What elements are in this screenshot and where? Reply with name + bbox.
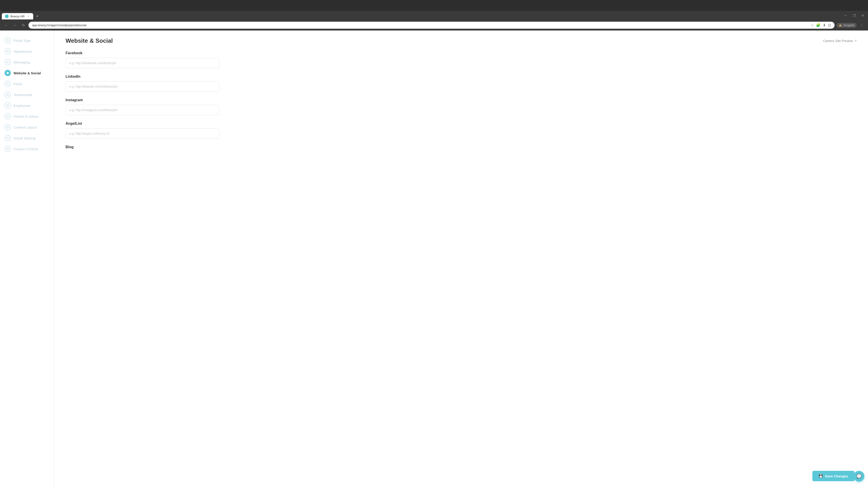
- sidebar-icon-social-sharing: [4, 135, 11, 141]
- form-section-angellist: AngelList: [66, 122, 857, 139]
- forward-button[interactable]: →: [11, 22, 18, 29]
- incognito-badge: 🕵 Incognito: [836, 23, 857, 28]
- close-button[interactable]: ×: [860, 12, 866, 19]
- section-label-facebook: Facebook: [66, 51, 857, 55]
- sidebar-icon-portal-type: [4, 37, 11, 43]
- section-label-angellist: AngelList: [66, 122, 857, 126]
- save-label: Save Changes: [825, 474, 848, 478]
- sidebar-item-messaging[interactable]: Messaging: [0, 57, 54, 68]
- sidebar-icon-testimonials: [4, 92, 11, 98]
- address-text: app.breezy.hr/app/c/moodjoy/portal/socia…: [32, 24, 809, 27]
- form-section-blog: Blog: [66, 145, 857, 149]
- svg-point-0: [7, 39, 8, 41]
- sidebar-icon-photos-videos: [4, 113, 11, 120]
- external-link-icon: ↗: [854, 39, 857, 42]
- sidebar-label-appearance: Appearance: [13, 50, 32, 53]
- sidebar-icon-appearance: [4, 48, 11, 55]
- section-label-blog: Blog: [66, 145, 857, 149]
- sidebar-label-content-layout: Content Layout: [13, 125, 37, 129]
- page-header: Website & Social Careers Site Preview ↗: [66, 37, 857, 44]
- input-angellist[interactable]: [66, 128, 219, 139]
- incognito-icon: 🕵: [839, 24, 842, 27]
- svg-point-6: [7, 105, 8, 106]
- reload-button[interactable]: ↻: [20, 22, 27, 29]
- sidebar-icon-website-social: [4, 70, 11, 76]
- sidebar-item-content-layout[interactable]: Content Layout: [0, 122, 54, 133]
- app-layout: Portal Type Appearance Messaging Website…: [0, 31, 868, 488]
- browser-menu-button[interactable]: ⋮: [859, 22, 865, 29]
- sidebar-item-portal-type[interactable]: Portal Type: [0, 35, 54, 46]
- svg-point-8: [7, 126, 8, 128]
- form-section-linkedin: LinkedIn: [66, 74, 857, 92]
- save-changes-button[interactable]: 💾 Save Changes: [812, 471, 855, 481]
- sidebar: Portal Type Appearance Messaging Website…: [0, 31, 54, 488]
- section-label-instagram: Instagram: [66, 98, 857, 102]
- split-screen-icon[interactable]: ⊡: [828, 23, 831, 27]
- svg-point-10: [7, 148, 8, 150]
- download-icon[interactable]: ⬇: [823, 23, 826, 27]
- sidebar-label-perks: Perks: [13, 82, 22, 86]
- restore-button[interactable]: ❐: [851, 12, 858, 19]
- sidebar-item-testimonials[interactable]: Testimonials: [0, 89, 54, 100]
- bookmark-icon[interactable]: ☆: [811, 23, 814, 27]
- svg-point-2: [7, 61, 8, 63]
- sidebar-icon-employees: [4, 102, 11, 109]
- incognito-label: Incognito: [843, 24, 855, 27]
- sidebar-item-employees[interactable]: Employees: [0, 100, 54, 111]
- form-section-instagram: Instagram: [66, 98, 857, 115]
- tab-close-button[interactable]: ×: [26, 14, 30, 18]
- input-instagram[interactable]: [66, 105, 219, 115]
- sidebar-icon-content-layout: [4, 124, 11, 130]
- main-content: Website & Social Careers Site Preview ↗ …: [54, 31, 868, 488]
- sidebar-icon-messaging: [4, 59, 11, 65]
- sidebar-label-messaging: Messaging: [13, 60, 30, 64]
- address-bar[interactable]: app.breezy.hr/app/c/moodjoy/portal/socia…: [29, 22, 835, 29]
- new-tab-button[interactable]: +: [34, 13, 40, 20]
- address-bar-icons: ☆ 🧩 ⬇ ⊡: [811, 23, 831, 27]
- input-facebook[interactable]: [66, 58, 219, 68]
- careers-preview-label: Careers Site Preview: [823, 39, 853, 43]
- sidebar-icon-custom-css-js: [4, 146, 11, 152]
- save-icon: 💾: [819, 474, 823, 478]
- input-linkedin[interactable]: [66, 81, 219, 92]
- active-tab[interactable]: Breezy HR ×: [2, 13, 33, 20]
- sidebar-item-perks[interactable]: Perks: [0, 78, 54, 89]
- extensions-icon[interactable]: 🧩: [816, 23, 820, 27]
- sidebar-item-website-social[interactable]: Website & Social: [0, 68, 54, 78]
- minimize-button[interactable]: −: [842, 12, 849, 19]
- sidebar-label-social-sharing: Social Sharing: [13, 136, 35, 140]
- tab-favicon: [5, 14, 8, 18]
- sidebar-label-employees: Employees: [13, 104, 30, 107]
- section-label-linkedin: LinkedIn: [66, 74, 857, 78]
- sidebar-label-testimonials: Testimonials: [13, 93, 32, 97]
- sidebar-item-photos-videos[interactable]: Photos & Videos: [0, 111, 54, 122]
- svg-point-4: [7, 83, 8, 85]
- form-section-facebook: Facebook: [66, 51, 857, 68]
- social-form: FacebookLinkedInInstagramAngelListBlog: [66, 51, 857, 149]
- page-title: Website & Social: [66, 37, 113, 44]
- sidebar-label-website-social: Website & Social: [13, 71, 41, 75]
- browser-window-controls: [0, 0, 868, 11]
- svg-point-7: [7, 116, 8, 117]
- svg-point-1: [7, 51, 8, 52]
- careers-site-preview-link[interactable]: Careers Site Preview ↗: [823, 39, 857, 43]
- sidebar-label-photos-videos: Photos & Videos: [13, 115, 39, 119]
- svg-point-5: [7, 94, 8, 96]
- sidebar-item-social-sharing[interactable]: Social Sharing: [0, 133, 54, 143]
- sidebar-label-custom-css-js: Custom CSS/JS: [13, 147, 38, 151]
- tab-title: Breezy HR: [10, 15, 25, 18]
- chat-icon: 💬: [856, 474, 862, 479]
- sidebar-icon-perks: [4, 80, 11, 87]
- address-bar-row: ← → ↻ app.breezy.hr/app/c/moodjoy/portal…: [0, 20, 868, 31]
- sidebar-item-appearance[interactable]: Appearance: [0, 46, 54, 57]
- chat-widget-button[interactable]: 💬: [854, 471, 864, 482]
- sidebar-item-custom-css-js[interactable]: Custom CSS/JS: [0, 143, 54, 154]
- sidebar-label-portal-type: Portal Type: [13, 39, 31, 42]
- browser-tab-bar: Breezy HR × + − ❐ ×: [0, 11, 868, 20]
- back-button[interactable]: ←: [3, 22, 9, 29]
- svg-point-9: [7, 137, 8, 139]
